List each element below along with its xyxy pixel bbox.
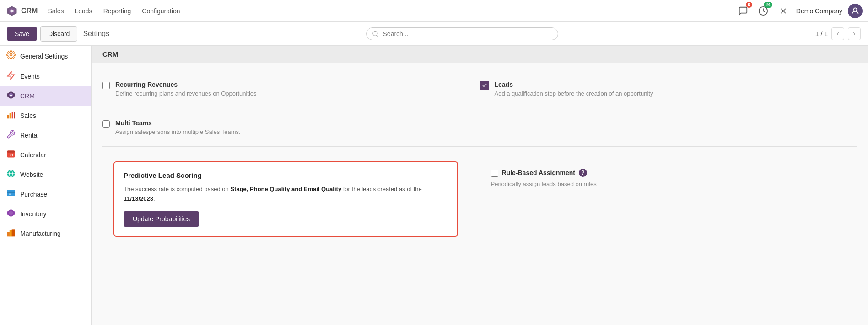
inventory-icon [6,208,16,219]
rba-title-row: Rule-Based Assignment ? [491,169,857,177]
divider-1 [102,108,857,108]
sales-icon [6,110,16,121]
calendar-icon: 31 [6,149,16,160]
bottom-settings: Predictive Lead Scoring The success rate… [92,161,868,259]
recurring-revenues-checkbox[interactable] [102,82,110,89]
prev-page-button[interactable] [831,27,844,40]
main-layout: General Settings Events CRM [0,46,868,325]
app-title: CRM [21,7,38,15]
svg-rect-34 [10,229,11,230]
svg-rect-33 [8,230,9,232]
nav-reporting[interactable]: Reporting [99,5,136,17]
rba-description: Periodically assign leads based on rules [491,181,857,187]
svg-rect-17 [14,112,15,118]
purchase-icon [6,189,16,199]
rba-checkbox[interactable] [491,170,498,177]
svg-marker-10 [8,72,15,80]
sidebar-item-sales[interactable]: Sales [0,106,91,125]
recurring-revenues-desc: Define recurring plans and revenues on O… [115,90,257,97]
website-icon [6,169,16,180]
section-title: CRM [92,46,868,63]
rba-section: Rule-Based Assignment ? Periodically ass… [480,161,868,248]
next-page-button[interactable] [848,27,861,40]
search-icon [372,30,379,37]
nav-leads[interactable]: Leads [70,5,97,17]
discard-button[interactable]: Discard [40,26,77,42]
leads-text: Leads Add a qualification step before th… [495,81,653,97]
company-name: Demo Company [796,7,842,15]
multi-teams-setting: Multi Teams Assign salespersons into mul… [102,112,480,143]
predictive-lead-scoring-box: Predictive Lead Scoring The success rate… [113,161,458,237]
page-title: Settings [83,30,109,38]
svg-rect-24 [7,190,15,196]
sidebar-label-manufacturing: Manufacturing [20,230,61,237]
update-probabilities-button[interactable]: Update Probabilities [124,211,199,227]
multi-teams-label: Multi Teams [115,119,241,127]
svg-rect-25 [7,192,15,193]
sidebar-item-inventory[interactable]: Inventory [0,204,91,224]
sidebar-item-events[interactable]: Events [0,66,91,86]
top-navigation: CRM Sales Leads Reporting Configuration … [0,0,868,22]
rba-help-icon[interactable]: ? [579,169,587,177]
sidebar-label-inventory: Inventory [20,210,47,218]
sidebar-item-rental[interactable]: Rental [0,125,91,145]
divider-2 [102,146,857,147]
sidebar-item-purchase[interactable]: Purchase [0,184,91,204]
sidebar-label-calendar: Calendar [20,151,46,159]
rba-title: Rule-Based Assignment [502,169,576,176]
leads-checkbox[interactable] [480,81,489,90]
svg-point-7 [373,31,377,36]
svg-rect-32 [12,229,15,236]
sidebar-item-calendar[interactable]: 31 Calendar [0,145,91,165]
general-settings-icon [6,50,16,62]
search-box[interactable] [366,27,558,40]
clock-button[interactable]: 24 [756,4,771,18]
multi-teams-checkbox[interactable] [102,120,110,128]
close-icon[interactable] [776,4,791,18]
sidebar-label-sales: Sales [20,112,36,119]
app-logo[interactable]: CRM [5,5,38,17]
clock-badge: 24 [764,2,772,8]
settings-row-1: Recurring Revenues Define recurring plan… [92,63,868,161]
sidebar-item-manufacturing[interactable]: Manufacturing [0,224,91,243]
events-icon [6,71,16,81]
svg-rect-19 [7,151,15,153]
recurring-revenues-setting: Recurring Revenues Define recurring plan… [102,74,480,104]
svg-line-8 [377,35,378,36]
manufacturing-icon [6,228,16,239]
nav-sales[interactable]: Sales [43,5,68,17]
recurring-revenues-text: Recurring Revenues Define recurring plan… [115,81,257,97]
sidebar-label-website: Website [20,171,43,178]
svg-point-9 [10,54,12,56]
sidebar-item-general-settings[interactable]: General Settings [0,46,91,66]
pls-title: Predictive Lead Scoring [124,171,448,179]
sidebar-label-purchase: Purchase [20,191,47,198]
user-avatar[interactable] [848,4,863,18]
search-input[interactable] [383,30,553,37]
toolbar: Save Discard Settings 1 / 1 [0,22,868,46]
messages-badge: 6 [746,2,752,8]
multi-teams-desc: Assign salespersons into multiple Sales … [115,128,241,135]
sidebar-label-rental: Rental [20,132,38,139]
page-count: 1 / 1 [815,30,828,37]
sidebar-label-general-settings: General Settings [20,53,68,60]
leads-desc: Add a qualification step before the crea… [495,90,653,97]
svg-rect-15 [10,113,11,119]
multi-teams-text: Multi Teams Assign salespersons into mul… [115,119,241,135]
recurring-revenues-label: Recurring Revenues [115,81,257,88]
crm-icon [6,91,16,101]
nav-configuration[interactable]: Configuration [137,5,184,17]
sidebar-label-events: Events [20,73,40,80]
nav-right-actions: 6 24 Demo Company [736,4,863,18]
rental-icon [6,130,16,140]
pls-section: Predictive Lead Scoring The success rate… [92,161,480,248]
sidebar: General Settings Events CRM [0,46,92,325]
svg-rect-16 [12,112,13,118]
sidebar-item-crm[interactable]: CRM [0,86,91,106]
pls-description: The success rate is computed based on St… [124,185,448,204]
settings-content: CRM Recurring Revenues Define recurring … [92,46,868,325]
sidebar-label-crm: CRM [20,92,35,100]
save-button[interactable]: Save [7,27,37,41]
sidebar-item-website[interactable]: Website [0,165,91,184]
messages-button[interactable]: 6 [736,4,750,18]
